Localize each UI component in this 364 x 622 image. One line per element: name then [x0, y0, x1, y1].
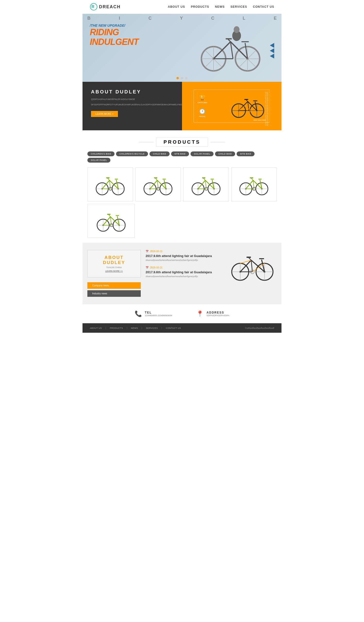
contact-address: 📍 ADDRESS SDFASDFASDFASDFA: [196, 311, 229, 317]
hero-letter-c: C: [149, 16, 152, 21]
hero-letter-i: I: [119, 16, 120, 21]
tab-childrens-bicycle[interactable]: CHILDREN'S BICYCLE: [116, 152, 148, 156]
about-para1: QSDFOADFALFJWOEFNLDFJADOLFJWOE: [91, 97, 173, 101]
hero-title-line2: INDULGENT: [90, 37, 138, 47]
news-right-panel: 📅 2018-10-11 2017.9.6th attend lighting …: [146, 250, 277, 297]
header: R DREACH ABOUT US PRODUCTS NEWS SERVICES…: [82, 0, 282, 14]
footer-services[interactable]: SERVICES: [146, 327, 158, 329]
hero-arrow-1: [270, 43, 274, 48]
hero-dot-2[interactable]: [181, 77, 183, 79]
news-tab-buttons: Company news Industry news: [87, 282, 141, 297]
svg-line-14: [213, 42, 230, 59]
product-card-1[interactable]: [87, 167, 133, 201]
nav-about[interactable]: ABOUT US: [168, 5, 185, 8]
calendar-icon-2: 📅: [146, 266, 149, 269]
product-bike-svg-5: [95, 210, 127, 233]
tab-solar-panel-2[interactable]: SOLAR PANEL: [87, 158, 110, 163]
about-right-text: QSDFOADFALFJWOEFNLDFJADOLFJWOE QSDFOADFA…: [265, 92, 268, 126]
phone-icon: 📞: [135, 311, 142, 317]
about-bike-image: [230, 94, 266, 118]
nav-contact[interactable]: CONTACT US: [253, 5, 274, 8]
hero-letter-e: E: [274, 16, 277, 21]
footer-nav: ABOUT US | PRODUCTS | NEWS | SERVICES | …: [90, 327, 181, 329]
hero-arrow-3: [270, 54, 274, 58]
industry-news-tab[interactable]: Industry news: [87, 290, 141, 297]
footer-products[interactable]: PRODUCTS: [110, 327, 123, 329]
news-bike-svg: [228, 250, 277, 282]
hero-dot-3[interactable]: [185, 77, 188, 79]
about-right: 🏆 Certificates 🕐 History: [182, 82, 282, 130]
product-card-2[interactable]: [135, 167, 181, 201]
tab-mtb-bike-2[interactable]: MTB BIKE: [237, 152, 255, 156]
hero-bike-svg: [194, 18, 267, 73]
news-about-highlight: DUDLEY: [103, 260, 125, 265]
company-news-tab[interactable]: Company news: [87, 282, 141, 289]
hero-dot-1[interactable]: [176, 77, 179, 79]
nav-news[interactable]: NEWS: [215, 5, 225, 8]
news-about-box: ABOUT DUDLEY TIANJIN CHINA LEARN MORE >>: [87, 250, 141, 277]
tel-label: TEL: [145, 311, 172, 314]
news-section: ABOUT DUDLEY TIANJIN CHINA LEARN MORE >>…: [82, 243, 282, 304]
svg-line-56: [108, 178, 109, 180]
hero-dots[interactable]: [176, 77, 188, 79]
news-about-prefix: ABOUT: [105, 255, 124, 260]
hero-arrow-2: [270, 48, 274, 53]
footer-sep-1: |: [106, 327, 106, 329]
tab-childrens-bike[interactable]: CHILDREN'S BIKE: [87, 152, 115, 156]
learn-more-button[interactable]: LEARN MORE +: [91, 111, 118, 117]
news-bike-image: [228, 250, 277, 282]
about-right-inner: 🏆 Certificates 🕐 History: [194, 90, 270, 123]
news-learn-more-link[interactable]: LEARN MORE >>: [93, 270, 136, 272]
hero-letter-b: B: [87, 16, 91, 21]
tab-child-bike[interactable]: CHILD BIKE: [150, 152, 170, 156]
svg-line-124: [109, 215, 110, 217]
section-title: PRODUCTS: [156, 137, 208, 147]
contact-tel: 📞 TEL 1234454555 223456563434: [135, 311, 172, 317]
clock-icon: 🕐: [199, 109, 205, 114]
footer-news[interactable]: NEWS: [131, 327, 138, 329]
contact-bar: 📞 TEL 1234454555 223456563434 📍 ADDRESS …: [82, 304, 282, 323]
logo[interactable]: R DREACH: [90, 3, 121, 11]
about-left: ABOUT DUDLEY QSDFOADFALFJWOEFNLDFJADOLFJ…: [82, 82, 182, 130]
nav-services[interactable]: SERVICES: [230, 5, 247, 8]
about-title: ABOUT DUDLEY: [91, 89, 173, 95]
news-date-text-1: 2018-10-11: [150, 250, 162, 253]
section-title-wrap: PRODUCTS: [87, 137, 277, 147]
certificates-icon-item: 🏆 Certificates: [197, 95, 207, 104]
about-bike-svg: [230, 93, 266, 119]
contact-tel-info: TEL 1234454555 223456563434: [145, 311, 172, 317]
footer-sep-3: |: [142, 327, 142, 329]
logo-icon: R: [90, 3, 97, 11]
address-label: ADDRESS: [207, 311, 229, 314]
certificates-label: Certificates: [197, 101, 207, 104]
svg-text:R: R: [92, 5, 95, 9]
footer-contact[interactable]: CONTACT US: [166, 327, 181, 329]
hero-subtitle: /THE NEW UPGRADE/: [90, 23, 138, 27]
tab-mtb-bike[interactable]: MTB BIKE: [171, 152, 189, 156]
product-card-3[interactable]: [183, 167, 229, 201]
logo-text: DREACH: [99, 4, 121, 9]
footer-about[interactable]: ABOUT US: [90, 327, 102, 329]
svg-line-38: [246, 100, 248, 102]
products-section: PRODUCTS CHILDREN'S BIKE CHILDREN'S BICY…: [82, 130, 282, 243]
history-icon-item: 🕐 History: [199, 109, 205, 117]
tab-child-bike-2[interactable]: CHILD BIKE: [215, 152, 235, 156]
hero-bike-illustration: [194, 14, 267, 77]
main-nav: ABOUT US PRODUCTS NEWS SERVICES CONTACT …: [168, 5, 274, 8]
news-about-subtitle: TIANJIN CHINA: [93, 266, 136, 269]
nav-products[interactable]: PRODUCTS: [191, 5, 209, 8]
product-card-5[interactable]: [87, 204, 135, 238]
svg-line-141: [249, 258, 251, 260]
hero-title-line1: RIDING: [90, 27, 138, 37]
tab-solar-panel[interactable]: SOLAR PANEL: [191, 152, 213, 156]
footer: ABOUT US | PRODUCTS | NEWS | SERVICES | …: [82, 323, 282, 333]
about-icons: 🏆 Certificates 🕐 History: [197, 95, 207, 117]
product-card-4[interactable]: [231, 167, 277, 201]
product-bike-svg-2: [142, 173, 174, 196]
about-section: ABOUT DUDLEY QSDFOADFALFJWOEFNLDFJADOLFJ…: [82, 82, 282, 130]
hero-content: /THE NEW UPGRADE/ RIDING INDULGENT: [90, 23, 138, 47]
section-title-left-line: [139, 142, 153, 142]
product-bike-svg-3: [190, 173, 222, 196]
news-left-panel: ABOUT DUDLEY TIANJIN CHINA LEARN MORE >>…: [87, 250, 141, 297]
hero-letter-y: Y: [180, 16, 183, 21]
